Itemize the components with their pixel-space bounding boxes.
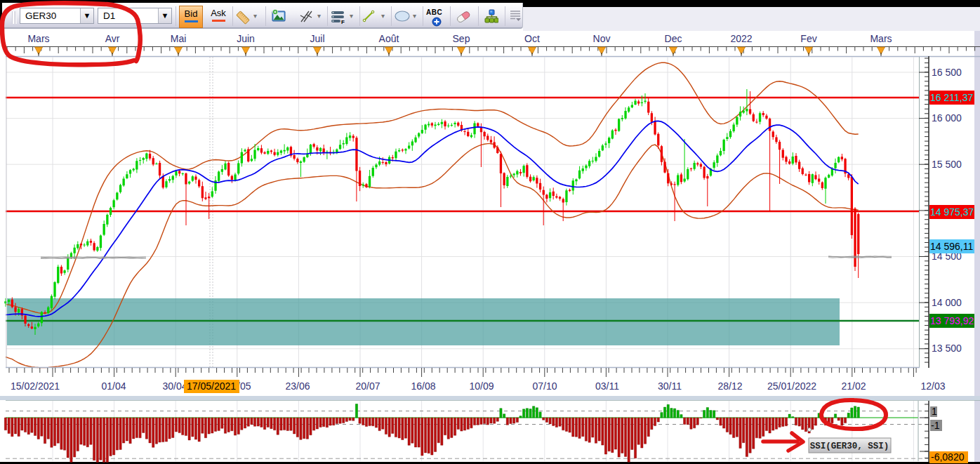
svg-text:F: F xyxy=(341,19,345,25)
svg-text:1: 1 xyxy=(932,406,937,417)
svg-text:25/01/2022: 25/01/2022 xyxy=(767,380,816,392)
svg-text:SSI(GER30, SSI): SSI(GER30, SSI) xyxy=(810,442,889,451)
svg-text:13 500: 13 500 xyxy=(932,343,962,354)
svg-text:Mai: Mai xyxy=(171,33,187,44)
svg-text:Avr: Avr xyxy=(105,33,120,44)
svg-text:16 211,37: 16 211,37 xyxy=(930,92,973,103)
svg-text:16 500: 16 500 xyxy=(932,67,962,78)
svg-text:Fev: Fev xyxy=(800,33,816,44)
svg-text:28/12: 28/12 xyxy=(717,380,742,392)
svg-text:07/10: 07/10 xyxy=(532,380,557,392)
svg-text:23/06: 23/06 xyxy=(285,380,310,392)
svg-text:Mars: Mars xyxy=(27,33,49,44)
svg-text:Juin: Juin xyxy=(237,33,255,44)
svg-text:16/08: 16/08 xyxy=(411,380,435,392)
svg-text:03/11: 03/11 xyxy=(595,380,619,392)
svg-text:15/02/2021: 15/02/2021 xyxy=(11,380,60,392)
svg-text:Juil: Juil xyxy=(310,33,324,44)
svg-text:13 793,92: 13 793,92 xyxy=(930,315,974,326)
svg-text:Mars: Mars xyxy=(870,33,892,44)
svg-text:15 500: 15 500 xyxy=(932,159,962,170)
svg-text:01/04: 01/04 xyxy=(101,380,126,392)
svg-text:20/07: 20/07 xyxy=(355,380,380,392)
svg-text:14 000: 14 000 xyxy=(932,297,962,308)
svg-text:2022: 2022 xyxy=(730,33,752,44)
svg-text:-1: -1 xyxy=(931,420,940,431)
svg-text:Nov: Nov xyxy=(593,33,611,44)
svg-text:12/03: 12/03 xyxy=(920,380,945,392)
svg-text:16 000: 16 000 xyxy=(932,112,962,124)
svg-text:30/11: 30/11 xyxy=(658,380,682,392)
svg-text:Sep: Sep xyxy=(453,33,470,44)
svg-text:Oct: Oct xyxy=(524,33,540,44)
svg-text:Août: Août xyxy=(379,33,399,44)
svg-text:-6,0820: -6,0820 xyxy=(931,451,965,463)
svg-text:Dec: Dec xyxy=(665,33,682,44)
svg-text:17/05/2021: 17/05/2021 xyxy=(187,380,236,392)
svg-text:14 975,37: 14 975,37 xyxy=(930,206,974,218)
svg-text:21/02: 21/02 xyxy=(841,380,866,392)
svg-text:10/09: 10/09 xyxy=(469,380,494,392)
svg-text:14 596,11: 14 596,11 xyxy=(930,241,973,252)
svg-text:30/04: 30/04 xyxy=(162,380,187,392)
